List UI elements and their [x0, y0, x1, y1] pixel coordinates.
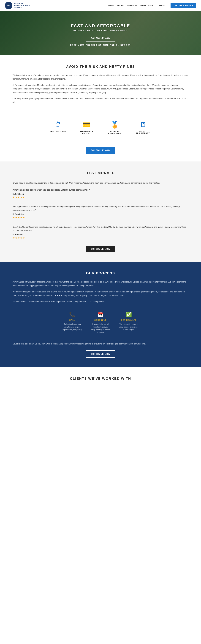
schedule-desc: If we can help, we will immediately get …: [91, 323, 110, 334]
svg-text:AIM: AIM: [7, 5, 10, 6]
clients-section: CLIENTS WE'VE WORKED WITH: [0, 367, 201, 395]
schedule-icon: 📅: [91, 312, 110, 318]
hero-subtitle: PRIVATE UTILITY LOCATING AND MAPPING: [73, 29, 128, 32]
testimonials-section: TESTIMONALS "If you need a private utili…: [0, 162, 201, 262]
our-process-para-2: We believe that your time is valuable, a…: [12, 290, 189, 297]
affordable-pricing-label: AFFORDABLEPRICING: [80, 130, 93, 134]
avoid-risk-section: AVOID THE RISK AND HEFTY FINES We know t…: [0, 55, 201, 116]
logo-text: ADVANCED INFRASTRUCTURE MAPPING: [14, 2, 30, 9]
schedule-button-1[interactable]: SCHEDULE NOW: [86, 147, 115, 154]
feature-latest-tech: 🖥 LATESTTECHNOLOGY: [134, 121, 152, 134]
testimonial-1-stars: ★★★★★: [12, 196, 189, 199]
features-section: ⏱ FAST RESPONSE 💳 AFFORDABLEPRICING 🏅 30…: [0, 116, 201, 142]
testimonial-2-quote: "Having responsive partners is very impo…: [12, 205, 189, 212]
call-title: CALL: [62, 319, 82, 321]
feature-30-years: 🏅 30 YEARSEXPERIENCE: [105, 121, 124, 134]
schedule-title: SCHEDULE: [91, 319, 110, 321]
testimonial-1-author: M. Smithson: [12, 193, 189, 195]
process-step-results: ✅ GET RESULTS We put our 30+ years of ut…: [116, 308, 141, 337]
nav-contact[interactable]: CONTACT: [158, 4, 167, 6]
30-years-label: 30 YEARSEXPERIENCE: [108, 130, 121, 134]
hero-section: FAST AND AFFORDABLE PRIVATE UTILITY LOCA…: [0, 11, 201, 55]
latest-tech-label: LATESTTECHNOLOGY: [136, 130, 150, 134]
testimonials-heading: TESTIMONALS: [12, 171, 189, 175]
avoid-risk-heading: AVOID THE RISK AND HEFTY FINES: [12, 64, 189, 69]
schedule-btn-wrap-2: SCHEDULE NOW: [12, 246, 189, 252]
fast-response-icon: ⏱: [55, 121, 61, 128]
testimonial-2: "Having responsive partners is very impo…: [12, 205, 189, 219]
results-icon: ✅: [119, 312, 139, 318]
testimonial-2-author: B. Cruchfield: [12, 213, 189, 216]
affordable-pricing-icon: 💳: [82, 121, 90, 128]
nav-about[interactable]: ABOUT: [117, 4, 124, 6]
results-title: GET RESULTS: [119, 319, 139, 321]
latest-tech-icon: 🖥: [140, 121, 146, 128]
call-desc: Call us to discuss your utility locating…: [62, 323, 82, 331]
hero-schedule-button[interactable]: SCHEDULE NOW: [86, 35, 115, 42]
header-cta-button[interactable]: TEXT to SCHEDULE: [171, 3, 196, 8]
testimonial-3-author: D. Sanchez: [12, 234, 189, 236]
schedule-button-2[interactable]: SCHEDULE NOW: [86, 246, 115, 252]
our-process-para-1: At Advanced Infrastructure Mapping, we k…: [12, 280, 189, 288]
hero-heading: FAST AND AFFORDABLE: [71, 23, 130, 28]
testimonial-1-quote: "If you need a private utility locator t…: [12, 181, 189, 192]
call-icon: 📞: [62, 312, 82, 318]
nav-services[interactable]: SERVICES: [127, 4, 137, 6]
testimonial-3-quote: "I called AIM prior to starting construc…: [12, 225, 189, 232]
header: AIM ADVANCED INFRASTRUCTURE MAPPING HOME…: [0, 0, 201, 11]
nav: HOME ABOUT SERVICES What is SUE? CONTACT…: [108, 3, 196, 8]
schedule-btn-wrap-3: SCHEDULE NOW: [12, 350, 189, 358]
process-step-call: 📞 CALL Call us to discuss your utility l…: [60, 308, 85, 337]
schedule-btn-wrap-1: SCHEDULE NOW: [0, 142, 201, 162]
testimonial-3-stars: ★★★★★: [12, 236, 189, 239]
logo-icon: AIM: [5, 2, 12, 10]
hero-tagline: KEEP YOUR PROJECT ON TIME AND ON BUDGET: [70, 44, 131, 46]
nav-sue[interactable]: What is SUE?: [140, 4, 155, 6]
avoid-risk-para-2: At Advanced Infrastructure Mapping, we h…: [12, 83, 189, 94]
our-process-cta-text: So, give us a call today! So you can avo…: [12, 342, 189, 346]
clients-heading: CLIENTS WE'VE WORKED WITH: [6, 376, 195, 381]
results-desc: We put our 30+ years of utility locating…: [119, 323, 139, 331]
feature-affordable-pricing: 💳 AFFORDABLEPRICING: [77, 121, 96, 134]
testimonial-3: "I called AIM prior to starting construc…: [12, 225, 189, 239]
testimonial-2-stars: ★★★★★: [12, 216, 189, 219]
our-process-para-3: How do we do it? Advanced Infrastructure…: [12, 300, 189, 304]
logo: AIM ADVANCED INFRASTRUCTURE MAPPING: [5, 2, 30, 10]
avoid-risk-para-3: Our utility mapping/surveying and air/va…: [12, 97, 189, 104]
schedule-button-3[interactable]: SCHEDULE NOW: [86, 350, 115, 358]
process-step-schedule: 📅 SCHEDULE If we can help, we will immed…: [88, 308, 113, 337]
nav-home[interactable]: HOME: [108, 4, 114, 6]
30-years-icon: 🏅: [111, 121, 119, 128]
fast-response-label: FAST RESPONSE: [50, 130, 66, 132]
process-steps: 📞 CALL Call us to discuss your utility l…: [12, 308, 189, 337]
avoid-risk-para-1: We know that when you're trying to keep …: [12, 74, 189, 81]
our-process-heading: OUR PROCESS: [12, 271, 189, 275]
testimonial-1: "If you need a private utility locator t…: [12, 181, 189, 199]
our-process-section: OUR PROCESS At Advanced Infrastructure M…: [0, 262, 201, 367]
feature-fast-response: ⏱ FAST RESPONSE: [49, 121, 67, 134]
